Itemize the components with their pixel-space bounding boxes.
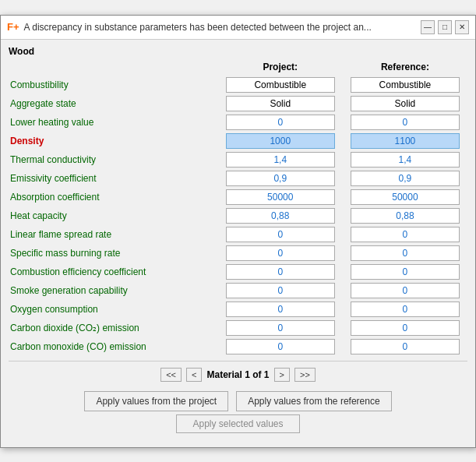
- property-name: Heat capacity: [9, 206, 218, 225]
- project-value-cell: Solid: [218, 94, 343, 113]
- property-name: Lower heating value: [9, 113, 218, 132]
- reference-value-cell: 0: [343, 300, 467, 319]
- reference-value-cell: 0: [343, 244, 467, 263]
- table-row: Heat capacity0,880,88: [9, 206, 467, 225]
- project-value-cell: 0: [218, 337, 343, 356]
- navigation-bar: << < Material 1 of 1 > >>: [9, 361, 467, 385]
- maximize-button[interactable]: □: [438, 20, 452, 34]
- table-row: Combustion efficiency coefficient00: [9, 263, 467, 281]
- close-button[interactable]: ✕: [455, 20, 469, 34]
- reference-value-cell: 0: [343, 225, 467, 244]
- reference-value-cell: 1100: [343, 132, 467, 150]
- reference-value: 0,88: [351, 208, 460, 224]
- reference-value: 50000: [351, 189, 460, 205]
- project-value: 0: [226, 115, 335, 130]
- next-button[interactable]: >: [274, 368, 290, 382]
- property-name: Carbon monoxide (CO) emission: [9, 337, 218, 356]
- project-value-cell: 0: [218, 263, 343, 281]
- minimize-button[interactable]: —: [421, 20, 435, 34]
- project-value-cell: 0: [218, 300, 343, 319]
- reference-value: 0: [351, 283, 460, 298]
- project-value: 0: [226, 283, 335, 298]
- last-button[interactable]: >>: [294, 368, 316, 382]
- project-value-cell: 0: [218, 225, 343, 244]
- reference-value: Combustible: [351, 77, 460, 93]
- window-title: A discrepancy in substance parameters ha…: [24, 22, 372, 33]
- reference-value-cell: 50000: [343, 188, 467, 206]
- col-reference-header: Reference:: [343, 60, 467, 76]
- project-value: 50000: [226, 189, 335, 205]
- property-name: Combustion efficiency coefficient: [9, 263, 218, 281]
- reference-value-cell: 1,4: [343, 150, 467, 169]
- reference-value: 0: [351, 320, 460, 336]
- project-value: 0: [226, 227, 335, 242]
- project-value: Combustible: [226, 77, 335, 93]
- table-row: Linear flame spread rate00: [9, 225, 467, 244]
- reference-value-cell: 0: [343, 319, 467, 337]
- reference-value: 0: [351, 264, 460, 280]
- project-value: 0: [226, 264, 335, 280]
- reference-value: 0: [351, 302, 460, 317]
- project-value-cell: 1,4: [218, 150, 343, 169]
- reference-value-cell: 0,88: [343, 206, 467, 225]
- property-name: Carbon dioxide (CO₂) emission: [9, 319, 218, 337]
- table-body: CombustibilityCombustibleCombustibleAggr…: [9, 76, 467, 356]
- project-value-cell: 0,9: [218, 169, 343, 188]
- table-row: Carbon monoxide (CO) emission00: [9, 337, 467, 356]
- project-value: 0: [226, 339, 335, 354]
- project-value: 0: [226, 245, 335, 261]
- table-row: Thermal conductivity1,41,4: [9, 150, 467, 169]
- project-value: 0: [226, 302, 335, 317]
- material-name: Wood: [9, 46, 467, 57]
- main-window: F+ A discrepancy in substance parameters…: [0, 15, 476, 448]
- reference-value-cell: 0: [343, 113, 467, 132]
- project-value-cell: Combustible: [218, 76, 343, 94]
- table-row: Lower heating value00: [9, 113, 467, 132]
- reference-value: 0: [351, 227, 460, 242]
- reference-value: 0: [351, 339, 460, 354]
- column-header-row: Project: Reference:: [9, 60, 467, 76]
- app-icon: F+: [7, 21, 19, 33]
- table-row: Density10001100: [9, 132, 467, 150]
- property-name: Density: [9, 132, 218, 150]
- reference-value-cell: 0: [343, 263, 467, 281]
- table-row: Carbon dioxide (CO₂) emission00: [9, 319, 467, 337]
- property-name: Absorption coefficient: [9, 188, 218, 206]
- reference-value-cell: 0: [343, 281, 467, 300]
- apply-project-button[interactable]: Apply values from the project: [84, 391, 228, 411]
- table-row: Emissivity coefficient0,90,9: [9, 169, 467, 188]
- project-value: 0: [226, 320, 335, 336]
- nav-label: Material 1 of 1: [206, 369, 269, 380]
- project-value: 0,9: [226, 171, 335, 186]
- reference-value: 0: [351, 245, 460, 261]
- table-row: Smoke generation capability00: [9, 281, 467, 300]
- reference-value: 1100: [351, 133, 460, 149]
- apply-reference-button[interactable]: Apply values from the reference: [236, 391, 391, 411]
- first-button[interactable]: <<: [160, 368, 182, 382]
- apply-selected-button[interactable]: Apply selected values: [176, 414, 299, 433]
- project-value-cell: 0: [218, 281, 343, 300]
- apply-selected-row: Apply selected values: [9, 414, 467, 441]
- property-name: Aggregate state: [9, 94, 218, 113]
- col-project-header: Project:: [218, 60, 343, 76]
- table-row: Absorption coefficient5000050000: [9, 188, 467, 206]
- project-value-cell: 50000: [218, 188, 343, 206]
- property-name: Thermal conductivity: [9, 150, 218, 169]
- property-name: Linear flame spread rate: [9, 225, 218, 244]
- reference-value: 0: [351, 115, 460, 130]
- project-value-cell: 1000: [218, 132, 343, 150]
- table-row: Oxygen consumption00: [9, 300, 467, 319]
- table-row: Aggregate stateSolidSolid: [9, 94, 467, 113]
- project-value-cell: 0: [218, 113, 343, 132]
- project-value-cell: 0: [218, 244, 343, 263]
- properties-table: Project: Reference: CombustibilityCombus…: [9, 60, 467, 356]
- table-row: CombustibilityCombustibleCombustible: [9, 76, 467, 94]
- reference-value-cell: Combustible: [343, 76, 467, 94]
- reference-value-cell: 0: [343, 337, 467, 356]
- property-name: Oxygen consumption: [9, 300, 218, 319]
- reference-value: 0,9: [351, 171, 460, 186]
- titlebar: F+ A discrepancy in substance parameters…: [1, 16, 475, 40]
- prev-button[interactable]: <: [186, 368, 202, 382]
- property-name: Combustibility: [9, 76, 218, 94]
- reference-value: 1,4: [351, 152, 460, 168]
